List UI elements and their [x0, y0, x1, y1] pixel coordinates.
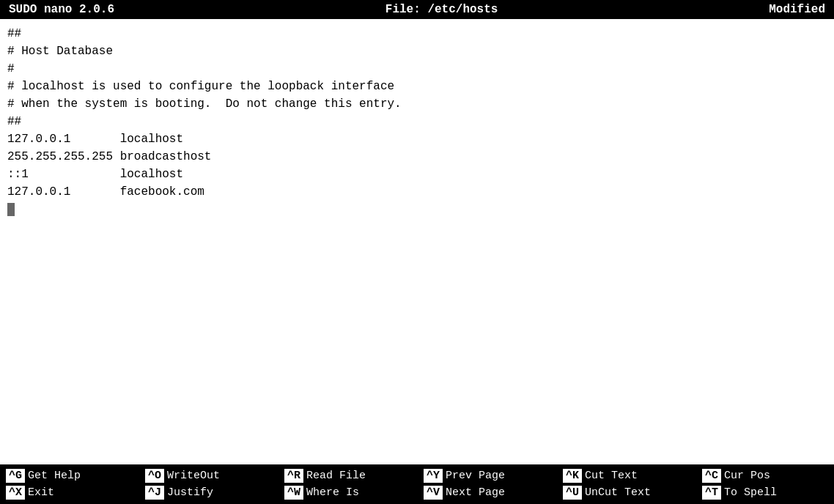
- shortcut-key: ^G: [6, 469, 25, 483]
- shortcut-key: ^K: [563, 469, 582, 483]
- shortcut-item[interactable]: ^JJustify: [145, 486, 284, 500]
- shortcut-label: Get Help: [28, 470, 81, 482]
- shortcut-label: Next Page: [446, 486, 505, 499]
- shortcut-key: ^V: [424, 486, 443, 500]
- cursor: [7, 203, 15, 216]
- shortcut-label: Justify: [167, 486, 213, 499]
- shortcut-item[interactable]: ^UUnCut Text: [563, 486, 702, 500]
- shortcut-label: Exit: [28, 486, 54, 499]
- shortcut-item[interactable]: ^TTo Spell: [702, 486, 834, 500]
- shortcut-label: WriteOut: [167, 470, 220, 482]
- shortcut-item[interactable]: ^OWriteOut: [145, 469, 284, 483]
- shortcut-row-2: ^XExit^JJustify^WWhere Is^VNext Page^UUn…: [0, 484, 834, 501]
- shortcut-key: ^O: [145, 469, 164, 483]
- shortcut-item[interactable]: ^YPrev Page: [424, 469, 563, 483]
- shortcut-label: Cut Text: [585, 470, 638, 482]
- modified-indicator: Modified: [769, 3, 825, 16]
- title-bar: SUDO nano 2.0.6 File: /etc/hosts Modifie…: [0, 0, 834, 19]
- shortcut-key: ^J: [145, 486, 164, 500]
- shortcut-item[interactable]: ^KCut Text: [563, 469, 702, 483]
- shortcut-label: Cur Pos: [724, 470, 770, 482]
- shortcut-bar: ^GGet Help^OWriteOut^RRead File^YPrev Pa…: [0, 464, 834, 504]
- shortcut-row-1: ^GGet Help^OWriteOut^RRead File^YPrev Pa…: [0, 467, 834, 484]
- shortcut-key: ^R: [284, 469, 303, 483]
- app-name: SUDO nano 2.0.6: [9, 3, 114, 16]
- shortcut-item[interactable]: ^CCur Pos: [702, 469, 834, 483]
- shortcut-key: ^Y: [424, 469, 443, 483]
- shortcut-item[interactable]: ^VNext Page: [424, 486, 563, 500]
- shortcut-label: Read File: [306, 470, 366, 482]
- shortcut-key: ^U: [563, 486, 582, 500]
- shortcut-item[interactable]: ^WWhere Is: [284, 486, 424, 500]
- shortcut-key: ^W: [284, 486, 303, 500]
- shortcut-label: UnCut Text: [585, 486, 651, 499]
- shortcut-key: ^X: [6, 486, 25, 500]
- shortcut-label: Prev Page: [446, 470, 505, 482]
- shortcut-item[interactable]: ^RRead File: [284, 469, 424, 483]
- shortcut-label: Where Is: [306, 486, 359, 499]
- shortcut-key: ^C: [702, 469, 721, 483]
- shortcut-label: To Spell: [724, 486, 777, 499]
- file-name: File: /etc/hosts: [385, 3, 498, 16]
- editor-area[interactable]: ## # Host Database # # localhost is used…: [0, 19, 834, 464]
- shortcut-item[interactable]: ^GGet Help: [6, 469, 145, 483]
- shortcut-key: ^T: [702, 486, 721, 500]
- shortcut-item[interactable]: ^XExit: [6, 486, 145, 500]
